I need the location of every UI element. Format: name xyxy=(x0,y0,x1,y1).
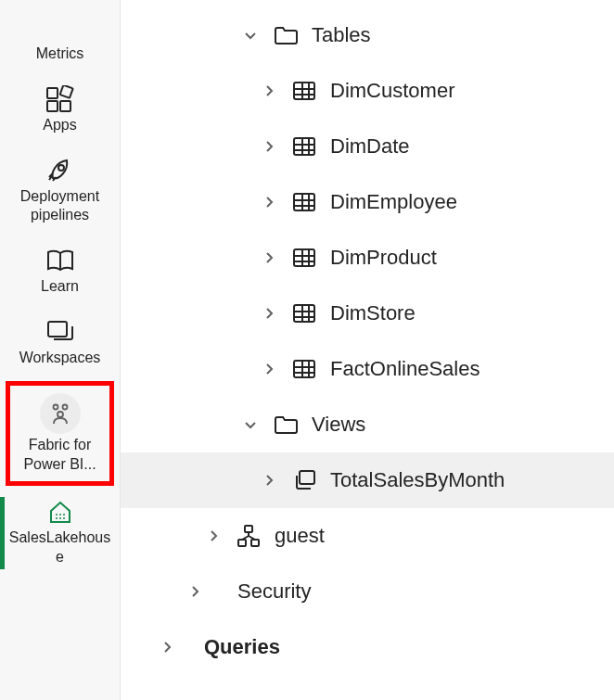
svg-rect-20 xyxy=(294,361,314,377)
tree-label: Queries xyxy=(204,635,280,659)
book-icon xyxy=(44,246,77,275)
metrics-icon xyxy=(44,13,77,43)
svg-point-6 xyxy=(53,404,58,409)
apps-icon xyxy=(44,84,77,114)
svg-point-11 xyxy=(63,514,65,515)
explorer-tree: Tables DimCustomer DimDate DimEmployee D… xyxy=(121,0,614,700)
svg-rect-15 xyxy=(294,83,314,99)
tree-view-item[interactable]: TotalSalesByMonth xyxy=(121,452,614,508)
nav-label: Learn xyxy=(41,277,79,297)
table-icon xyxy=(289,302,319,325)
nav-label: Workspaces xyxy=(19,349,101,368)
svg-point-4 xyxy=(58,165,64,171)
svg-point-8 xyxy=(58,412,63,417)
tree-label: Security xyxy=(237,579,311,604)
folder-icon xyxy=(271,414,301,436)
chevron-right-icon xyxy=(260,84,278,97)
tree-label: Tables xyxy=(312,23,371,47)
tree-label: TotalSalesByMonth xyxy=(330,468,505,492)
table-icon xyxy=(289,191,319,213)
svg-point-9 xyxy=(56,514,58,515)
svg-point-12 xyxy=(56,517,58,519)
svg-rect-17 xyxy=(294,194,314,210)
chevron-down-icon xyxy=(241,417,260,432)
lakehouse-icon xyxy=(44,497,77,527)
svg-rect-22 xyxy=(245,526,252,532)
chevron-down-icon xyxy=(241,28,260,43)
view-icon xyxy=(289,468,319,492)
table-icon xyxy=(289,247,319,269)
nav-apps[interactable]: Apps xyxy=(0,75,120,146)
table-icon xyxy=(289,135,319,158)
tree-label: guest xyxy=(275,524,325,548)
nav-label: Fabric for Power BI... xyxy=(10,436,109,475)
tree-table-item[interactable]: DimStore xyxy=(121,286,614,341)
nav-label: Metrics xyxy=(36,45,84,64)
tree-table-item[interactable]: DimDate xyxy=(121,119,614,174)
tree-queries[interactable]: Queries xyxy=(121,619,614,675)
svg-point-10 xyxy=(59,514,61,515)
schema-icon xyxy=(234,524,263,548)
svg-rect-18 xyxy=(294,249,314,266)
svg-rect-1 xyxy=(47,101,58,111)
chevron-right-icon xyxy=(260,307,278,320)
tree-label: DimProduct xyxy=(330,246,437,270)
svg-point-7 xyxy=(62,404,67,409)
chevron-right-icon xyxy=(260,196,278,209)
svg-rect-0 xyxy=(47,88,58,98)
nav-workspaces[interactable]: Workspaces xyxy=(0,308,120,379)
sidebar: Metrics Apps Deployment pipelines xyxy=(0,0,121,700)
svg-rect-3 xyxy=(59,85,72,98)
nav-label: SalesLakehouse xyxy=(9,528,111,567)
svg-rect-19 xyxy=(294,305,314,322)
people-icon xyxy=(40,393,81,434)
chevron-right-icon xyxy=(204,529,223,542)
tree-label: FactOnlineSales xyxy=(330,357,480,381)
nav-label: Apps xyxy=(43,116,76,135)
svg-rect-2 xyxy=(60,101,70,111)
nav-learn[interactable]: Learn xyxy=(0,236,120,308)
chevron-right-icon xyxy=(260,140,278,153)
nav-metrics[interactable]: Metrics xyxy=(0,4,120,75)
tree-label: DimDate xyxy=(330,134,410,159)
svg-rect-21 xyxy=(300,471,314,484)
tree-table-item[interactable]: DimProduct xyxy=(121,230,614,286)
tree-security[interactable]: Security xyxy=(121,564,614,619)
nav-label: Deployment pipelines xyxy=(9,187,111,226)
svg-point-13 xyxy=(59,517,61,519)
svg-point-14 xyxy=(63,517,65,519)
tree-table-item[interactable]: DimCustomer xyxy=(121,63,614,119)
nav-deployment-pipelines[interactable]: Deployment pipelines xyxy=(0,146,120,237)
svg-rect-5 xyxy=(48,322,67,337)
table-icon xyxy=(289,80,319,102)
svg-rect-23 xyxy=(238,540,246,546)
tree-label: Views xyxy=(312,413,365,437)
tree-table-item[interactable]: FactOnlineSales xyxy=(121,341,614,397)
rocket-icon xyxy=(44,156,77,185)
chevron-right-icon xyxy=(260,474,278,487)
nav-saleslakehouse[interactable]: SalesLakehouse xyxy=(0,488,120,579)
tree-table-item[interactable]: DimEmployee xyxy=(121,174,614,230)
tree-tables[interactable]: Tables xyxy=(121,7,614,63)
tree-guest[interactable]: guest xyxy=(121,508,614,564)
nav-fabric-power-bi[interactable]: Fabric for Power BI... xyxy=(6,381,114,487)
tree-label: DimEmployee xyxy=(330,190,457,214)
chevron-right-icon xyxy=(260,363,278,375)
tree-views[interactable]: Views xyxy=(121,397,614,452)
workspaces-icon xyxy=(44,317,77,347)
chevron-right-icon xyxy=(185,585,204,598)
chevron-right-icon xyxy=(158,641,176,654)
table-icon xyxy=(289,358,319,380)
svg-rect-24 xyxy=(251,540,259,546)
tree-label: DimStore xyxy=(330,301,416,325)
chevron-right-icon xyxy=(260,251,278,264)
svg-rect-16 xyxy=(294,138,314,155)
tree-label: DimCustomer xyxy=(330,79,454,103)
folder-icon xyxy=(271,24,301,46)
